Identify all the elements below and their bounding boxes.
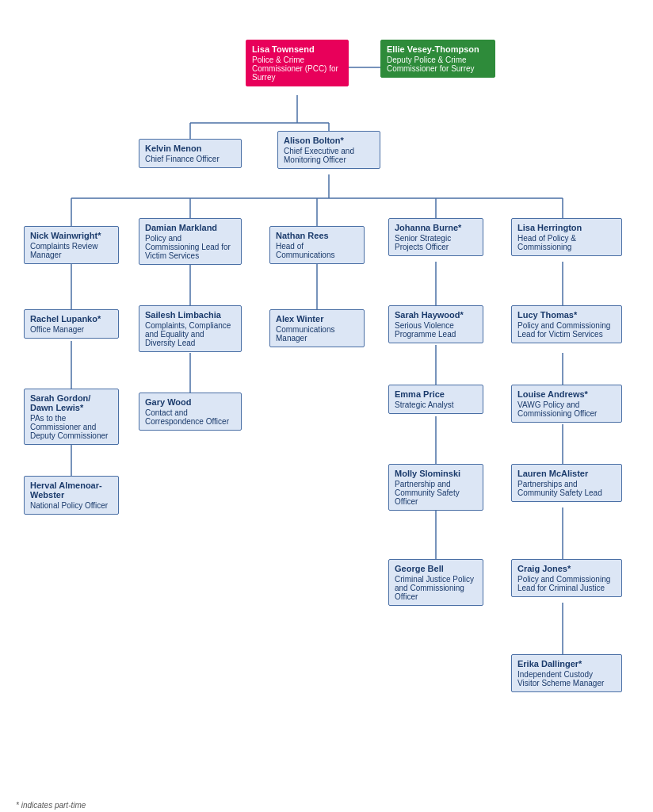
node-alex: Alex Winter Communications Manager (269, 309, 365, 347)
node-erika: Erika Dallinger* Independent Custody Vis… (511, 654, 622, 692)
node-gary: Gary Wood Contact and Correspondence Off… (139, 393, 242, 431)
node-sailesh: Sailesh Limbachia Complaints, Compliance… (139, 305, 242, 352)
node-craig: Craig Jones* Policy and Commissioning Le… (511, 559, 622, 597)
node-johanna: Johanna Burne* Senior Strategic Projects… (388, 218, 483, 256)
node-rachel: Rachel Lupanko* Office Manager (24, 309, 119, 339)
node-nick: Nick Wainwright* Complaints Review Manag… (24, 226, 119, 264)
node-kelvin: Kelvin Menon Chief Finance Officer (139, 139, 242, 168)
node-sarah-g: Sarah Gordon/ Dawn Lewis* PAs to the Com… (24, 389, 119, 445)
node-lisa: Lisa Townsend Police & Crime Commissione… (246, 40, 349, 86)
node-george: George Bell Criminal Justice Policy and … (388, 559, 483, 606)
footnote: * indicates part-time (16, 801, 637, 810)
node-ellie: Ellie Vesey-Thompson Deputy Police & Cri… (380, 40, 495, 78)
node-lucy: Lucy Thomas* Policy and Commissioning Le… (511, 305, 622, 343)
node-emma: Emma Price Strategic Analyst (388, 385, 483, 414)
node-alison: Alison Bolton* Chief Executive and Monit… (277, 131, 380, 169)
node-lisa-h: Lisa Herrington Head of Policy & Commiss… (511, 218, 622, 256)
node-herval: Herval Almenoar-Webster National Policy … (24, 476, 119, 515)
node-molly: Molly Slominski Partnership and Communit… (388, 464, 483, 511)
node-damian: Damian Markland Policy and Commissioning… (139, 218, 242, 265)
node-lauren: Lauren McAlister Partnerships and Commun… (511, 464, 622, 502)
node-sarah-h: Sarah Haywood* Serious Violence Programm… (388, 305, 483, 343)
node-nathan: Nathan Rees Head of Communications (269, 226, 365, 264)
org-chart: Lisa Townsend Police & Crime Commissione… (16, 16, 637, 810)
chart-container: Lisa Townsend Police & Crime Commissione… (16, 16, 637, 793)
node-louise: Louise Andrews* VAWG Policy and Commissi… (511, 385, 622, 423)
